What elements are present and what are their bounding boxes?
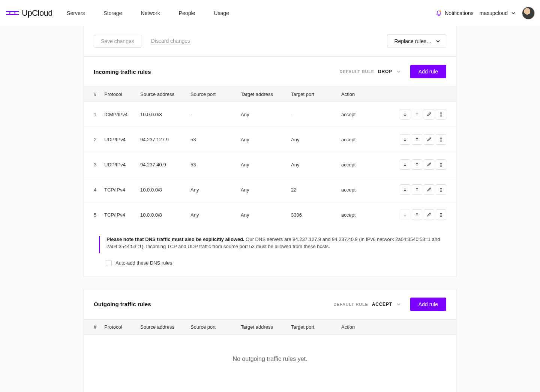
cell-action: accept xyxy=(338,202,383,227)
table-row: 2UDP/IPv494.237.127.953AnyAnyaccept xyxy=(84,127,456,152)
cell-tgt-port: 3306 xyxy=(288,202,338,227)
incoming-default-rule-select[interactable]: Default rule Drop xyxy=(339,69,401,74)
save-button[interactable]: Save changes xyxy=(94,35,141,48)
notifications-label: Notifications xyxy=(445,10,473,16)
outgoing-header: Outgoing traffic rules Default rule Acce… xyxy=(84,289,456,319)
changes-toolbar: Save changes Discard changes Replace rul… xyxy=(84,26,456,57)
notifications-button[interactable]: Notifications xyxy=(436,10,473,16)
move-up-button[interactable] xyxy=(412,209,422,220)
cell-src-addr: 10.0.0.0/8 xyxy=(137,177,188,202)
arrow-down-icon xyxy=(403,212,407,217)
cell-protocol: ICMP/IPv4 xyxy=(101,102,137,127)
cell-src-addr: 10.0.0.0/8 xyxy=(137,102,188,127)
move-down-button xyxy=(400,209,410,220)
nav-network[interactable]: Network xyxy=(141,10,160,16)
incoming-header: Incoming traffic rules Default rule Drop… xyxy=(84,57,456,87)
cell-src-port: 53 xyxy=(188,152,238,177)
table-row: 1ICMP/IPv410.0.0.0/8-Any-accept xyxy=(84,102,456,127)
cell-src-addr: 94.237.40.9 xyxy=(137,152,188,177)
nav-servers[interactable]: Servers xyxy=(67,10,85,16)
move-down-button[interactable] xyxy=(400,184,410,195)
cell-tgt-addr: Any xyxy=(238,152,288,177)
outgoing-empty-state: No outgoing traffic rules yet. xyxy=(84,335,456,392)
outgoing-default-rule-select[interactable]: Default rule Accept xyxy=(333,302,401,307)
username: maxupcloud xyxy=(480,10,508,16)
bell-icon xyxy=(436,10,442,16)
trash-icon xyxy=(439,112,443,117)
cell-tgt-addr: Any xyxy=(238,102,288,127)
cell-tgt-port: Any xyxy=(288,127,338,152)
move-up-button[interactable] xyxy=(412,184,422,195)
avatar[interactable] xyxy=(522,7,535,19)
arrow-down-icon xyxy=(403,137,407,142)
pencil-icon xyxy=(427,187,431,192)
table-row: 5TCP/IPv410.0.0.0/8AnyAny3306accept xyxy=(84,202,456,227)
col-tgt-port: Target port xyxy=(288,319,338,334)
col-src-port: Source port xyxy=(188,319,238,334)
logo[interactable]: UpCloud xyxy=(5,8,52,18)
edit-rule-button[interactable] xyxy=(424,134,434,145)
auto-add-dns-label: Auto-add these DNS rules xyxy=(116,260,172,266)
move-down-button[interactable] xyxy=(400,134,410,145)
auto-add-dns-row: Auto-add these DNS rules xyxy=(99,260,446,266)
col-src-addr: Source address xyxy=(137,87,188,102)
cell-tgt-addr: Any xyxy=(238,202,288,227)
cell-src-port: 53 xyxy=(188,127,238,152)
col-tgt-addr: Target address xyxy=(238,319,288,334)
delete-rule-button[interactable] xyxy=(436,209,446,220)
move-up-button[interactable] xyxy=(412,159,422,170)
main-nav: Servers Storage Network People Usage xyxy=(67,10,229,16)
col-protocol: Protocol xyxy=(101,87,137,102)
col-action: Action xyxy=(338,87,383,102)
default-rule-label: Default rule xyxy=(333,302,368,307)
incoming-title: Incoming traffic rules xyxy=(94,69,151,75)
section-gap xyxy=(84,277,456,289)
replace-rules-label: Replace rules… xyxy=(394,38,432,44)
edit-rule-button[interactable] xyxy=(424,184,434,195)
dns-note: Please note that DNS traffic must also b… xyxy=(99,236,446,253)
cell-action: accept xyxy=(338,177,383,202)
cell-src-addr: 10.0.0.0/8 xyxy=(137,202,188,227)
cell-src-addr: 94.237.127.9 xyxy=(137,127,188,152)
cell-protocol: UDP/IPv4 xyxy=(101,152,137,177)
cell-number: 2 xyxy=(84,127,101,152)
pencil-icon xyxy=(427,137,431,142)
top-bar: UpCloud Servers Storage Network People U… xyxy=(0,0,540,26)
cell-tgt-addr: Any xyxy=(238,127,288,152)
delete-rule-button[interactable] xyxy=(436,134,446,145)
cell-action: accept xyxy=(338,102,383,127)
arrow-up-icon xyxy=(415,162,419,167)
trash-icon xyxy=(439,162,443,167)
edit-rule-button[interactable] xyxy=(424,209,434,220)
move-down-button[interactable] xyxy=(400,109,410,120)
outgoing-title: Outgoing traffic rules xyxy=(94,301,151,307)
pencil-icon xyxy=(427,212,431,217)
outgoing-add-rule-button[interactable]: Add rule xyxy=(410,298,446,311)
dns-note-strong: Please note that DNS traffic must also b… xyxy=(106,236,244,242)
move-up-button[interactable] xyxy=(412,134,422,145)
cell-number: 3 xyxy=(84,152,101,177)
discard-button[interactable]: Discard changes xyxy=(150,38,191,45)
cell-tgt-addr: Any xyxy=(238,177,288,202)
nav-storage[interactable]: Storage xyxy=(104,10,122,16)
replace-rules-dropdown[interactable]: Replace rules… xyxy=(387,34,446,48)
cell-src-port: Any xyxy=(188,177,238,202)
move-down-button[interactable] xyxy=(400,159,410,170)
edit-rule-button[interactable] xyxy=(424,109,434,120)
auto-add-dns-checkbox[interactable] xyxy=(106,260,112,266)
nav-people[interactable]: People xyxy=(179,10,195,16)
user-menu[interactable]: maxupcloud xyxy=(480,10,516,16)
delete-rule-button[interactable] xyxy=(436,159,446,170)
edit-rule-button[interactable] xyxy=(424,159,434,170)
cell-protocol: TCP/IPv4 xyxy=(101,202,137,227)
incoming-add-rule-button[interactable]: Add rule xyxy=(410,65,446,78)
outgoing-rules-table: # Protocol Source address Source port Ta… xyxy=(84,319,456,335)
trash-icon xyxy=(439,187,443,192)
col-src-addr: Source address xyxy=(137,319,188,334)
nav-usage[interactable]: Usage xyxy=(214,10,229,16)
cell-tgt-port: Any xyxy=(288,152,338,177)
delete-rule-button[interactable] xyxy=(436,109,446,120)
delete-rule-button[interactable] xyxy=(436,184,446,195)
arrow-down-icon xyxy=(403,162,407,167)
cell-number: 4 xyxy=(84,177,101,202)
